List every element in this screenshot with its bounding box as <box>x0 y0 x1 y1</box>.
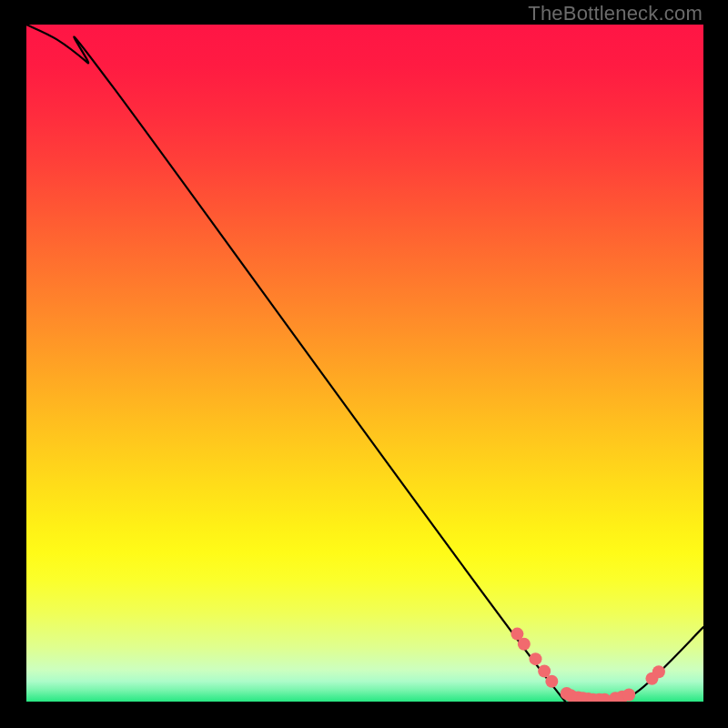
marker-dot <box>518 638 531 651</box>
chart-svg <box>26 25 703 702</box>
marker-dot <box>538 665 551 678</box>
marker-dot <box>622 689 635 702</box>
marker-dot <box>545 675 558 688</box>
marker-dot <box>652 665 665 678</box>
gradient-background <box>26 25 703 702</box>
plot-area <box>26 25 703 702</box>
marker-dot <box>529 652 541 665</box>
watermark-text: TheBottleneck.com <box>528 2 703 25</box>
chart-stage: TheBottleneck.com <box>0 0 728 728</box>
